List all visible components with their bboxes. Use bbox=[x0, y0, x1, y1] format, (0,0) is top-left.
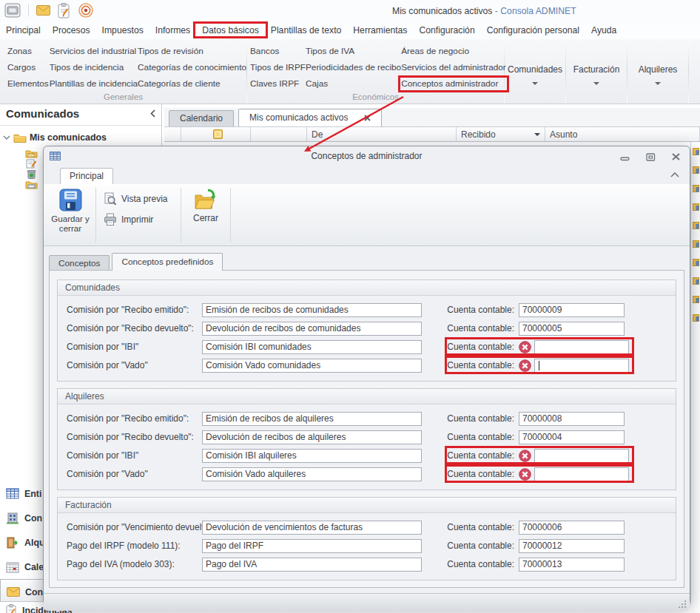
form-row-alquileres-3: Comisión por "Vado"Comisión Vado alquile… bbox=[67, 467, 667, 481]
ribbon-item-categorias-de-cliente[interactable]: Categorías de cliente bbox=[138, 78, 246, 89]
close-tab-icon[interactable] bbox=[364, 115, 371, 121]
close-dialog-button[interactable]: Cerrar bbox=[183, 185, 229, 245]
recycle-bin-icon[interactable] bbox=[25, 169, 38, 179]
concept-input[interactable]: Comisión Vado comunidades bbox=[202, 359, 422, 373]
note-pencil-icon[interactable] bbox=[25, 159, 38, 169]
concept-input[interactable]: Emisión de recibos de comunidades bbox=[202, 303, 422, 317]
concept-input[interactable]: Pago del IRPF bbox=[202, 539, 422, 553]
broadcast-icon[interactable] bbox=[78, 2, 94, 18]
menu-item-procesos[interactable]: Procesos bbox=[47, 22, 96, 39]
ribbon-dropdown-alquileres[interactable]: Alquileres bbox=[627, 39, 688, 104]
ribbon-item-cargos[interactable]: Cargos bbox=[7, 62, 50, 73]
ribbon-item-conceptos-administrador[interactable]: Conceptos administrador bbox=[401, 78, 506, 89]
account-input[interactable]: 70000013 bbox=[519, 558, 625, 572]
account-label: Cuenta contable: bbox=[446, 522, 519, 532]
ribbon-item-periodicidades-de-recibo[interactable]: Periodicidades de recibo bbox=[306, 62, 401, 73]
resize-grip[interactable] bbox=[678, 600, 686, 608]
account-input[interactable] bbox=[534, 340, 629, 354]
menu-item-configuracion-personal[interactable]: Configuración personal bbox=[481, 22, 585, 39]
sidebar-item-label: Enti bbox=[24, 489, 41, 499]
close-button[interactable] bbox=[671, 152, 681, 161]
collapse-ribbon-icon[interactable] bbox=[670, 172, 679, 177]
error-icon bbox=[519, 341, 531, 353]
expand-icon[interactable] bbox=[3, 135, 10, 140]
tree-children bbox=[25, 149, 38, 189]
grid-column-blank-0[interactable] bbox=[164, 127, 181, 141]
tab-principal[interactable]: Principal bbox=[60, 168, 113, 184]
grid-column-blank-2[interactable] bbox=[251, 127, 307, 141]
save-close-button[interactable]: Guardar y cerrar bbox=[47, 185, 94, 245]
account-input[interactable]: 70000004 bbox=[519, 430, 625, 444]
dialog-title-bar[interactable]: Conceptos de administrador bbox=[44, 146, 690, 166]
error-icon bbox=[519, 450, 531, 462]
ribbon-dropdown-facturacion[interactable]: Facturación bbox=[566, 39, 627, 104]
print-button[interactable]: Imprimir bbox=[98, 206, 179, 226]
concept-input[interactable]: Comisión Vado alquileres bbox=[202, 467, 422, 481]
grid-column-label: Recibido bbox=[461, 129, 496, 140]
window-title-app: - Consola ADMINET bbox=[495, 6, 576, 16]
account-input[interactable] bbox=[534, 449, 629, 463]
filter-dropdown-icon[interactable] bbox=[534, 133, 540, 136]
sidebar-item-label: Con bbox=[24, 513, 42, 524]
tree-item-mis-comunicados[interactable]: Mis comunicados bbox=[0, 129, 161, 146]
menu-item-impuestos[interactable]: Impuestos bbox=[96, 22, 149, 39]
ribbon-item-cajas[interactable]: Cajas bbox=[306, 78, 401, 89]
ribbon-item-elementos[interactable]: Elementos bbox=[7, 78, 50, 89]
ribbon-item-zonas[interactable]: Zonas bbox=[7, 46, 50, 57]
menu-item-configuracion[interactable]: Configuración bbox=[413, 22, 480, 39]
minimize-button[interactable] bbox=[620, 152, 630, 161]
tab-mis-comunicados-activos[interactable]: Mis comunicados activos bbox=[238, 109, 382, 126]
concept-input[interactable]: Comisión IBI alquileres bbox=[202, 449, 422, 463]
folder-mail-icon[interactable] bbox=[25, 149, 38, 158]
menu-item-herramientas[interactable]: Herramientas bbox=[347, 22, 413, 39]
ribbon-item-tipos-de-iva[interactable]: Tipos de IVA bbox=[306, 46, 401, 57]
ribbon-item-areas-de-negocio[interactable]: Áreas de negocio bbox=[401, 46, 506, 57]
ribbon-item-plantillas-de-incidencia[interactable]: Plantillas de incidencia bbox=[50, 78, 138, 89]
concept-input[interactable]: Pago del IVA bbox=[202, 558, 422, 572]
menu-item-ayuda[interactable]: Ayuda bbox=[585, 22, 622, 39]
tab-conceptos[interactable]: Conceptos bbox=[49, 255, 110, 271]
folder-card-icon[interactable] bbox=[25, 180, 38, 189]
menu-item-datos-basicos[interactable]: Datos básicos bbox=[196, 22, 265, 39]
account-input[interactable]: 70000005 bbox=[519, 322, 625, 336]
preview-button[interactable]: Vista previa bbox=[98, 185, 179, 206]
grid-column-de[interactable]: De bbox=[307, 127, 457, 141]
collapse-panel-icon[interactable] bbox=[150, 109, 155, 118]
ribbon-item-bancos[interactable]: Bancos bbox=[250, 46, 306, 57]
account-input[interactable] bbox=[534, 467, 629, 481]
ribbon-item-servicios-del-industrial[interactable]: Servicios del industrial bbox=[50, 46, 138, 57]
account-input[interactable] bbox=[534, 359, 629, 373]
row-type-icon bbox=[693, 166, 699, 174]
ribbon-item-claves-irpf[interactable]: Claves IRPF bbox=[250, 78, 306, 89]
account-input[interactable]: 70000006 bbox=[519, 521, 625, 535]
concept-input[interactable]: Comisión IBI comunidades bbox=[202, 340, 422, 354]
ribbon-item-tipos-de-irpf[interactable]: Tipos de IRPF bbox=[250, 62, 306, 73]
dialog-conceptos-administrador: Conceptos de administrador Principal Gua… bbox=[43, 146, 690, 605]
grid-column-blank-1[interactable] bbox=[181, 127, 251, 141]
account-input[interactable]: 70000012 bbox=[519, 539, 625, 553]
concept-input[interactable]: Devolución de recibos de comunidades bbox=[202, 322, 422, 336]
account-label: Cuenta contable: bbox=[446, 469, 519, 479]
account-input[interactable]: 70000008 bbox=[519, 412, 625, 426]
grid-column-asunto[interactable]: Asunto bbox=[545, 127, 700, 141]
concept-input[interactable]: Devolución de vencimientos de facturas bbox=[202, 521, 422, 535]
grid-column-recibido[interactable]: Recibido bbox=[457, 127, 545, 141]
ribbon-item-tipos-de-revision[interactable]: Tipos de revisión bbox=[138, 46, 246, 57]
ribbon-item-categorias-de-conocimiento[interactable]: Categorías de conocimiento bbox=[138, 62, 246, 73]
menu-item-principal[interactable]: Principal bbox=[0, 22, 47, 39]
menu-item-informes[interactable]: Informes bbox=[149, 22, 196, 39]
ribbon-item-servicios-del-administrador[interactable]: Servicios del administrador bbox=[401, 62, 506, 73]
concept-input[interactable]: Devolución de recibos de alquileres bbox=[202, 430, 422, 444]
restore-button[interactable] bbox=[646, 152, 656, 161]
ribbon-dropdown-comunidades[interactable]: Comunidades bbox=[505, 39, 565, 104]
mail-icon[interactable] bbox=[36, 5, 50, 16]
menu-item-plantillas-de-texto[interactable]: Plantillas de texto bbox=[265, 22, 348, 39]
app-icon[interactable] bbox=[4, 3, 21, 18]
tab-conceptos-predefinidos[interactable]: Conceptos predefinidos bbox=[112, 253, 223, 271]
account-input[interactable]: 70000009 bbox=[519, 303, 625, 317]
concept-input[interactable]: Emisión de recibos de alquileres bbox=[202, 412, 422, 426]
tasks-icon[interactable] bbox=[58, 3, 70, 18]
tab-calendario[interactable]: Calendario bbox=[169, 110, 234, 126]
save-close-label: Guardar y cerrar bbox=[47, 214, 94, 233]
ribbon-item-tipos-de-incidencia[interactable]: Tipos de incidencia bbox=[50, 62, 138, 73]
